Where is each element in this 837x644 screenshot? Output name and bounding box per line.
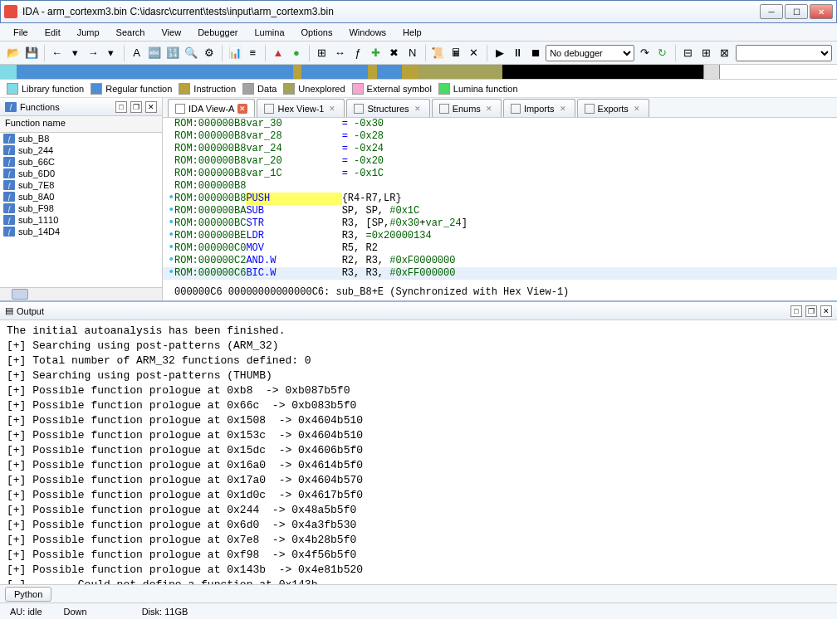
function-row[interactable]: fsub_244 [0,144,162,156]
db3-icon: ⊠ [720,47,729,58]
function-row[interactable]: fsub_B8 [0,133,162,144]
tb-btn-6[interactable]: 📊 [227,44,243,62]
disasm-code-line[interactable]: •ROM:000000BA SUB SP, SP, #0x1C [163,205,837,217]
minimize-button[interactable]: ─ [760,4,783,19]
stop-analysis-button[interactable]: ▲ [270,44,286,62]
tb-btn-16[interactable]: ✕ [466,44,482,62]
tab-enums[interactable]: Enums✕ [432,99,502,117]
tab-close-button[interactable]: ✕ [558,104,568,114]
function-row[interactable]: fsub_7E8 [0,179,162,191]
tb-btn-11[interactable]: ✚ [368,44,384,62]
menu-edit[interactable]: Edit [38,26,67,39]
disasm-var-line[interactable]: ROM:000000B8 var_20 = -0x20 [163,155,837,168]
disasm-code-line[interactable]: •ROM:000000C0 MOV R5, R2 [163,242,837,255]
menu-view[interactable]: View [154,26,188,39]
tab-exports[interactable]: Exports✕ [577,99,649,117]
pane-close-button[interactable]: ✕ [145,101,157,113]
maximize-button[interactable]: ☐ [785,4,808,19]
pause-button[interactable]: ⏸ [510,44,526,62]
navigation-bar[interactable] [0,65,837,80]
tb-btn-5[interactable]: ⚙ [201,44,218,62]
save-button[interactable]: 💾 [23,44,40,62]
output-text[interactable]: The initial autoanalysis has been finish… [0,320,837,584]
fwd-dd[interactable]: ▾ [103,44,120,62]
back-dd[interactable]: ▾ [66,44,83,62]
disasm-code-line[interactable]: •ROM:000000B8 PUSH {R4-R7,LR} [163,193,837,205]
function-name: sub_66C [18,157,55,167]
output-detach-button[interactable]: ❐ [805,305,817,317]
tab-close-button[interactable]: ✕ [413,104,423,114]
tb-btn-12[interactable]: ✖ [386,44,403,62]
back-button[interactable]: ← [49,44,66,62]
menu-windows[interactable]: Windows [342,26,393,39]
functions-column-header[interactable]: Function name [0,116,162,133]
tb-btn-10[interactable]: ƒ [350,44,366,62]
pane-restore-button[interactable]: □ [115,101,127,113]
save-icon: 💾 [25,47,38,58]
tb-btn-8[interactable]: ⊞ [314,44,330,62]
function-row[interactable]: fsub_1110 [0,214,162,226]
tb-btn-3[interactable]: 🔢 [164,44,181,62]
menu-options[interactable]: Options [295,26,340,39]
pane-detach-button[interactable]: ❐ [130,101,142,113]
tab-close-button[interactable]: ✕ [632,104,642,114]
function-row[interactable]: fsub_6D0 [0,168,162,179]
tab-icon [585,104,595,114]
tb-btn-21[interactable]: ⊠ [716,44,732,62]
tab-icon [511,104,521,114]
tab-structures[interactable]: Structures✕ [346,99,429,117]
tb-btn-20[interactable]: ⊞ [698,44,715,62]
debugger-select[interactable]: No debugger [546,45,634,61]
function-row[interactable]: fsub_14D4 [0,226,162,237]
tb-btn-1[interactable]: A [129,44,145,62]
tb-btn-18[interactable]: ↻ [654,44,671,62]
tb-btn-13[interactable]: N [404,44,421,62]
tab-close-button[interactable]: ✕ [327,104,337,114]
functions-hscrollbar[interactable] [0,287,162,300]
disasm-var-line[interactable]: ROM:000000B8 var_30 = -0x30 [163,118,837,130]
fwd-button[interactable]: → [85,44,101,62]
tab-imports[interactable]: Imports✕ [503,99,575,117]
menu-debugger[interactable]: Debugger [191,26,244,39]
tab-hex-view-1[interactable]: Hex View-1✕ [257,99,345,117]
menu-help[interactable]: Help [396,26,428,39]
disasm-code-line[interactable]: •ROM:000000BE LDR R3, =0x20000134 [163,230,837,242]
close-button[interactable]: ✕ [810,4,833,19]
tb-btn-9[interactable]: ↔ [331,44,348,62]
run-analysis-button[interactable]: ● [288,44,305,62]
function-row[interactable]: fsub_F98 [0,202,162,214]
tab-python[interactable]: Python [5,587,51,602]
menu-jump[interactable]: Jump [71,26,106,39]
disasm-code-line[interactable]: •ROM:000000BC STR R3, [SP,#0x30+var_24] [163,217,837,230]
tb-btn-7[interactable]: ≡ [244,44,261,62]
tab-close-button[interactable]: ✕ [237,104,247,114]
tb-btn-14[interactable]: 📜 [429,44,446,62]
toolbar: 📂 💾 ← ▾ → ▾ A 🔤 🔢 🔍 ⚙ 📊 ≡ ▲ ● ⊞ ↔ ƒ ✚ ✖ … [0,41,837,65]
disasm-var-line[interactable]: ROM:000000B8 var_24 = -0x24 [163,143,837,155]
functions-list[interactable]: fsub_B8fsub_244fsub_66Cfsub_6D0fsub_7E8f… [0,133,162,287]
tb-btn-19[interactable]: ⊟ [680,44,697,62]
tab-close-button[interactable]: ✕ [484,104,494,114]
disasm-code-line[interactable]: •ROM:000000C6 BIC.W R3, R3, #0xFF000000 [163,267,837,280]
disasm-var-line[interactable]: ROM:000000B8 var_28 = -0x28 [163,130,837,143]
function-row[interactable]: fsub_8A0 [0,191,162,202]
tb-btn-4[interactable]: 🔍 [183,44,199,62]
disassembly-view[interactable]: ROM:000000B8 var_30 = -0x30 ROM:000000B8… [163,118,837,300]
menu-search[interactable]: Search [110,26,152,39]
disasm-var-line[interactable]: ROM:000000B8 var_1C = -0x1C [163,168,837,180]
tab-ida-view-a[interactable]: IDA View-A✕ [168,99,255,117]
disasm-blank-line[interactable]: ROM:000000B8 [163,180,837,193]
disasm-code-line[interactable]: •ROM:000000C2 AND.W R2, R3, #0xF0000000 [163,255,837,267]
output-close-button[interactable]: ✕ [820,305,832,317]
tb-btn-2[interactable]: 🔤 [146,44,163,62]
tb-btn-15[interactable]: 🖩 [448,44,464,62]
output-restore-button[interactable]: □ [790,305,802,317]
tb-btn-17[interactable]: ↷ [636,44,653,62]
stop-button[interactable]: ⏹ [527,44,544,62]
run-button[interactable]: ▶ [492,44,508,62]
right-select[interactable] [736,45,832,61]
menu-lumina[interactable]: Lumina [247,26,291,39]
function-row[interactable]: fsub_66C [0,156,162,168]
menu-file[interactable]: File [7,26,35,39]
open-button[interactable]: 📂 [5,44,22,62]
